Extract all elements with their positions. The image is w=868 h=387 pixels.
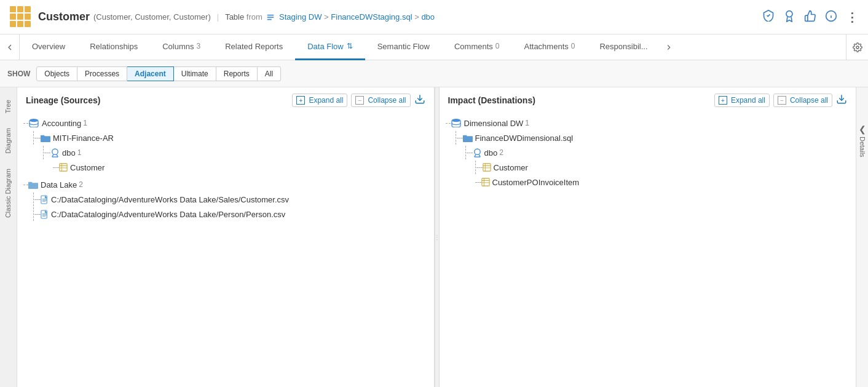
tree-row[interactable]: MITI-Finance-AR (23, 130, 428, 145)
impact-title: Impact (Destinations) (448, 95, 535, 105)
csv2-label: C:/DataCataloging/AdventureWorks Data La… (51, 210, 285, 219)
path-staging-dw[interactable]: Staging DW (279, 12, 322, 22)
nav-settings-button[interactable] (846, 34, 868, 60)
svg-rect-16 (28, 182, 32, 183)
svg-point-0 (786, 11, 792, 17)
tab-data-flow[interactable]: Data Flow ⇅ (295, 34, 365, 60)
accounting-label: Accounting 1 (42, 119, 87, 128)
customer-impact-label: Customer (494, 163, 528, 172)
expand-icon: + (296, 96, 305, 105)
impact-header: Impact (Destinations) + Expand all − Col… (440, 87, 856, 113)
pane-divider[interactable]: ⋮ (435, 87, 440, 387)
tab-related-reports[interactable]: Related Reports (213, 34, 295, 60)
show-label: SHOW (7, 70, 30, 78)
toolbar: SHOW Objects Processes Adjacent Ultimate… (0, 60, 868, 87)
path-dbo[interactable]: dbo (421, 12, 435, 22)
header: Customer (Customer, Customer, Customer) … (0, 0, 868, 34)
svg-rect-11 (60, 164, 67, 171)
tree-row[interactable]: CustomerPOInvoiceItem (446, 175, 850, 190)
nav-more-button[interactable] (660, 34, 677, 60)
side-tab-tree[interactable]: Tree (1, 92, 17, 121)
tree-row[interactable]: Data Lake 2 (23, 177, 428, 192)
panes-wrapper: Lineage (Sources) + Expand all − Collaps… (17, 87, 856, 387)
right-sidebar[interactable]: ❮ Details (856, 87, 868, 387)
svg-rect-37 (481, 178, 489, 186)
customer-po-invoice-label: CustomerPOInvoiceItem (492, 178, 580, 187)
svg-rect-33 (483, 164, 490, 171)
filter-processes[interactable]: Processes (77, 66, 127, 81)
collapse-icon: − (355, 96, 364, 105)
lineage-body: Accounting 1 MITI-Finance-AR (17, 113, 434, 387)
tree-row[interactable]: dbo 2 (446, 145, 850, 160)
nav-back-button[interactable] (0, 34, 20, 60)
filter-adjacent[interactable]: Adjacent (127, 66, 174, 81)
separator: | (217, 12, 219, 22)
impact-pane: Impact (Destinations) + Expand all − Col… (440, 87, 856, 387)
data-lake-label: Data Lake 2 (41, 180, 83, 190)
tree-row[interactable]: Customer (446, 160, 850, 175)
filter-all[interactable]: All (258, 66, 281, 81)
ribbon-icon[interactable] (783, 10, 795, 24)
miti-finance-ar-label: MITI-Finance-AR (53, 134, 114, 143)
side-tab-diagram[interactable]: Diagram (1, 121, 17, 161)
lineage-collapse-all[interactable]: − Collapse all (351, 94, 410, 107)
csv1-label: C:/DataCataloging/AdventureWorks Data La… (51, 195, 289, 204)
tab-semantic-flow[interactable]: Semantic Flow (365, 34, 442, 60)
dbo2-label: dbo 2 (484, 148, 503, 158)
main-content: Tree Diagram Classic Diagram Lineage (So… (0, 87, 868, 387)
collapse-icon: − (778, 96, 786, 105)
dbo1-label: dbo 1 (62, 148, 81, 158)
info-icon[interactable] (825, 10, 837, 24)
svg-rect-8 (41, 135, 44, 137)
expand-icon: + (719, 96, 727, 105)
impact-expand-all[interactable]: + Expand all (714, 94, 770, 107)
finance-dw-dimensional-label: FinanceDWDimensional.sql (475, 134, 574, 143)
tab-relationships[interactable]: Relationships (77, 34, 150, 60)
tree-row[interactable]: C:/DataCataloging/AdventureWorks Data La… (23, 192, 428, 207)
tab-columns[interactable]: Columns3 (150, 34, 213, 60)
tree-row[interactable]: FinanceDWDimensional.sql (446, 130, 850, 145)
more-icon[interactable]: ⋮ (846, 10, 858, 25)
tree-row[interactable]: Accounting 1 (23, 116, 428, 130)
impact-body: Dimensional DW 1 FinanceDWDimensional.sq… (440, 113, 856, 387)
tab-responsibilities[interactable]: Responsibil... (587, 34, 660, 60)
tree-row[interactable]: dbo 1 (23, 145, 428, 160)
filter-reports[interactable]: Reports (216, 66, 258, 81)
svg-rect-30 (463, 135, 467, 137)
lineage-download-button[interactable] (414, 94, 425, 107)
nav-tabs: Overview Relationships Columns3 Related … (0, 34, 868, 60)
tree-row[interactable]: Customer (23, 160, 428, 175)
svg-point-9 (52, 148, 58, 154)
tree-row[interactable]: Dimensional DW 1 (446, 116, 850, 130)
svg-point-4 (856, 46, 859, 49)
header-actions: ⋮ (762, 9, 858, 25)
thumbsup-icon[interactable] (804, 10, 816, 24)
entity-subtitle: (Customer, Customer, Customer) (93, 12, 211, 22)
tree-row[interactable]: C:/DataCataloging/AdventureWorks Data La… (23, 207, 428, 221)
shield-icon[interactable] (762, 9, 775, 25)
filter-objects[interactable]: Objects (36, 66, 77, 81)
filter-ultimate[interactable]: Ultimate (174, 66, 216, 81)
dimensional-dw-label: Dimensional DW 1 (464, 119, 530, 128)
side-tabs: Tree Diagram Classic Diagram (0, 87, 17, 387)
filter-buttons: Objects Processes Adjacent Ultimate Repo… (36, 66, 281, 81)
entity-title: Customer (38, 10, 90, 23)
svg-point-28 (452, 119, 460, 122)
impact-collapse-all[interactable]: − Collapse all (773, 94, 832, 107)
path-finance-sql[interactable]: FinanceDWStaging.sql (331, 12, 412, 22)
impact-download-button[interactable] (836, 94, 847, 107)
entity-type: Table from Staging DW > FinanceDWStaging… (225, 12, 435, 22)
svg-point-31 (474, 148, 479, 154)
lineage-pane: Lineage (Sources) + Expand all − Collaps… (17, 87, 435, 387)
app-icon (10, 6, 32, 28)
tab-overview[interactable]: Overview (20, 34, 77, 60)
impact-controls: + Expand all − Collapse all (714, 94, 847, 107)
right-sidebar-arrow: ❮ (859, 124, 866, 134)
customer-table-lineage-label: Customer (70, 163, 105, 172)
side-tab-classic-diagram[interactable]: Classic Diagram (1, 161, 17, 225)
svg-point-6 (30, 119, 38, 122)
lineage-controls: + Expand all − Collapse all (292, 94, 425, 107)
tab-attachments[interactable]: Attachments0 (512, 34, 588, 60)
lineage-expand-all[interactable]: + Expand all (292, 94, 347, 107)
tab-comments[interactable]: Comments0 (442, 34, 512, 60)
